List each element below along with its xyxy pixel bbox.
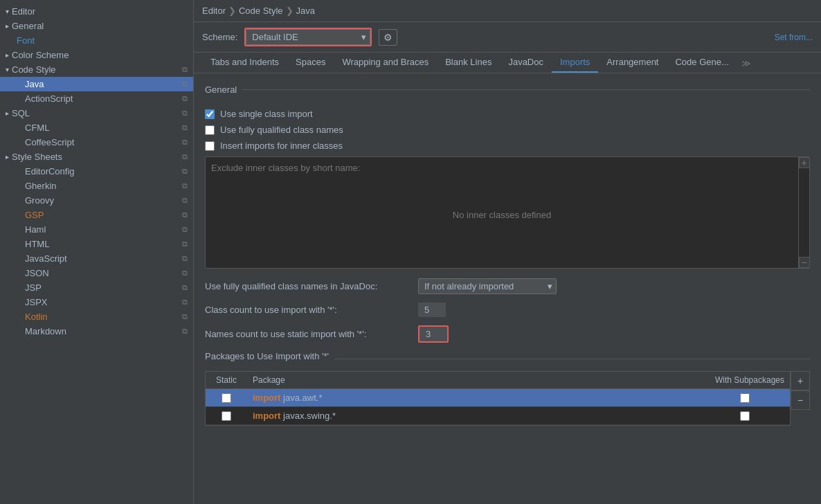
- sidebar-item-stylesheets[interactable]: ▸ Style Sheets ⧉: [0, 150, 193, 164]
- sidebar-item-java[interactable]: Java ⧉: [0, 77, 193, 91]
- row-package-1: import java.awt.*: [247, 389, 700, 406]
- packages-title: Packages to Use Import with '*': [205, 351, 329, 361]
- sidebar-item-kotlin[interactable]: Kotlin ⧉: [0, 309, 193, 324]
- sidebar-item-label: CFML: [25, 123, 49, 133]
- sidebar-item-editorconfig[interactable]: EditorConfig ⧉: [0, 164, 193, 179]
- scheme-gear-button[interactable]: ⚙: [379, 29, 397, 46]
- scheme-dropdown[interactable]: Default IDE: [246, 29, 370, 45]
- subpackages-checkbox-1[interactable]: [740, 393, 750, 403]
- row-subpackages-2: [700, 408, 790, 424]
- expand-arrow-icon: ▾: [6, 8, 9, 15]
- insert-imports-inner-row: Insert imports for inner classes: [205, 141, 810, 151]
- sidebar-item-haml[interactable]: Haml ⧉: [0, 222, 193, 237]
- copy-icon: ⧉: [182, 312, 188, 321]
- sidebar-item-editor[interactable]: ▾ Editor: [0, 4, 193, 19]
- copy-icon: ⧉: [182, 109, 188, 118]
- use-fully-qualified-row: Use fully qualified class names: [205, 125, 810, 135]
- sidebar-item-json[interactable]: JSON ⧉: [0, 266, 193, 280]
- expand-arrow-icon: ▸: [6, 109, 9, 117]
- set-from-link[interactable]: Set from...: [775, 33, 813, 42]
- sidebar-item-colorscheme[interactable]: ▸ Color Scheme: [0, 48, 193, 62]
- scroll-up-button[interactable]: +: [799, 157, 810, 168]
- sidebar-item-coffeescript[interactable]: CoffeeScript ⧉: [0, 135, 193, 150]
- import-keyword-1: import: [253, 393, 280, 403]
- insert-imports-inner-label[interactable]: Insert imports for inner classes: [220, 141, 343, 151]
- breadcrumb-codestyle[interactable]: Code Style: [239, 6, 283, 16]
- expand-arrow-icon: ▾: [6, 66, 9, 73]
- tab-blank-lines[interactable]: Blank Lines: [437, 53, 500, 73]
- copy-icon: ⧉: [182, 210, 188, 219]
- sidebar-item-javascript[interactable]: JavaScript ⧉: [0, 251, 193, 266]
- use-fully-qualified-label[interactable]: Use fully qualified class names: [220, 125, 343, 135]
- row-static-checkbox-2: [206, 408, 247, 424]
- tab-spaces[interactable]: Spaces: [287, 53, 334, 73]
- tab-code-generation[interactable]: Code Gene...: [667, 53, 737, 73]
- insert-imports-inner-checkbox[interactable]: [205, 141, 215, 151]
- class-count-input[interactable]: [418, 303, 446, 317]
- use-fully-qualified-checkbox[interactable]: [205, 125, 215, 135]
- sidebar-item-actionscript[interactable]: ActionScript ⧉: [0, 91, 193, 106]
- subpackages-checkbox-2[interactable]: [740, 411, 750, 421]
- sidebar-item-jsp[interactable]: JSP ⧉: [0, 280, 193, 295]
- col-header-package: Package: [247, 372, 700, 388]
- sidebar-item-label: Kotlin: [25, 312, 48, 322]
- sidebar-item-label: JavaScript: [25, 253, 67, 264]
- tab-more-button[interactable]: ≫: [737, 54, 755, 73]
- expand-arrow-icon: ▸: [6, 51, 9, 59]
- scroll-down-button[interactable]: −: [799, 257, 810, 268]
- expand-arrow-icon: ▸: [6, 22, 9, 30]
- breadcrumb-editor[interactable]: Editor: [202, 6, 226, 16]
- scheme-dropdown-wrapper: Default IDE: [244, 28, 372, 46]
- packages-table: Static Package With Subpackages: [205, 371, 791, 426]
- copy-icon: ⧉: [182, 283, 188, 292]
- tab-imports[interactable]: Imports: [552, 53, 598, 73]
- inner-classes-placeholder: Exclude inner classes by short name:: [211, 163, 793, 173]
- add-package-button[interactable]: +: [791, 371, 810, 390]
- breadcrumb-java[interactable]: Java: [296, 6, 315, 16]
- sidebar-item-html[interactable]: HTML ⧉: [0, 237, 193, 251]
- sidebar-item-label: SQL: [12, 108, 30, 118]
- tabs-bar: Tabs and Indents Spaces Wrapping and Bra…: [194, 53, 821, 73]
- use-single-class-import-row: Use single class import: [205, 109, 810, 119]
- sidebar-item-general[interactable]: ▸ General: [0, 19, 193, 33]
- sidebar-item-groovy[interactable]: Groovy ⧉: [0, 193, 193, 208]
- tab-arrangement[interactable]: Arrangement: [598, 53, 667, 73]
- table-row[interactable]: import java.awt.*: [206, 389, 790, 407]
- package-name-1: java.awt.*: [283, 393, 322, 403]
- sidebar-item-markdown[interactable]: Markdown ⧉: [0, 324, 193, 339]
- col-header-subpackages: With Subpackages: [700, 372, 790, 388]
- sidebar-item-label: HTML: [25, 239, 49, 249]
- sidebar-item-font[interactable]: Font: [0, 33, 193, 48]
- row-package-2: import javax.swing.*: [247, 407, 700, 424]
- copy-icon: ⧉: [182, 269, 188, 278]
- use-single-class-import-label[interactable]: Use single class import: [220, 109, 313, 119]
- use-single-class-import-checkbox[interactable]: [205, 109, 215, 119]
- tab-tabs-and-indents[interactable]: Tabs and Indents: [202, 53, 287, 73]
- sidebar-item-label: Font: [17, 35, 35, 46]
- sidebar-item-codestyle[interactable]: ▾ Code Style ⧉: [0, 62, 193, 77]
- sidebar-item-sql[interactable]: ▸ SQL ⧉: [0, 106, 193, 120]
- tab-javadoc[interactable]: JavaDoc: [500, 53, 552, 73]
- table-row[interactable]: import javax.swing.*: [206, 407, 790, 425]
- javadoc-qualified-row: Use fully qualified class names in JavaD…: [205, 278, 810, 294]
- scheme-label: Scheme:: [202, 32, 237, 42]
- tab-wrapping-and-braces[interactable]: Wrapping and Braces: [334, 53, 437, 73]
- inner-classes-area: Exclude inner classes by short name: No …: [205, 156, 810, 269]
- javadoc-dropdown[interactable]: If not already imported: [418, 278, 557, 294]
- sidebar-item-label: CoffeeScript: [25, 137, 74, 147]
- copy-icon: ⧉: [182, 196, 188, 205]
- inner-classes-content: Exclude inner classes by short name: No …: [206, 157, 798, 268]
- breadcrumb-arrow2: ❯: [286, 6, 294, 16]
- sidebar-item-cfml[interactable]: CFML ⧉: [0, 120, 193, 135]
- remove-package-button[interactable]: −: [791, 390, 810, 410]
- sidebar-item-gherkin[interactable]: Gherkin ⧉: [0, 179, 193, 193]
- static-checkbox-2[interactable]: [222, 411, 231, 421]
- inner-classes-empty-label: No inner classes defined: [211, 173, 793, 256]
- names-count-input[interactable]: [419, 327, 447, 341]
- sidebar-item-gsp[interactable]: GSP ⧉: [0, 208, 193, 222]
- sidebar-item-jspx[interactable]: JSPX ⧉: [0, 295, 193, 309]
- names-count-box: [418, 325, 449, 343]
- static-checkbox-1[interactable]: [222, 393, 231, 403]
- sidebar-item-label: JSPX: [25, 297, 48, 307]
- class-count-label: Class count to use import with '*':: [205, 305, 413, 315]
